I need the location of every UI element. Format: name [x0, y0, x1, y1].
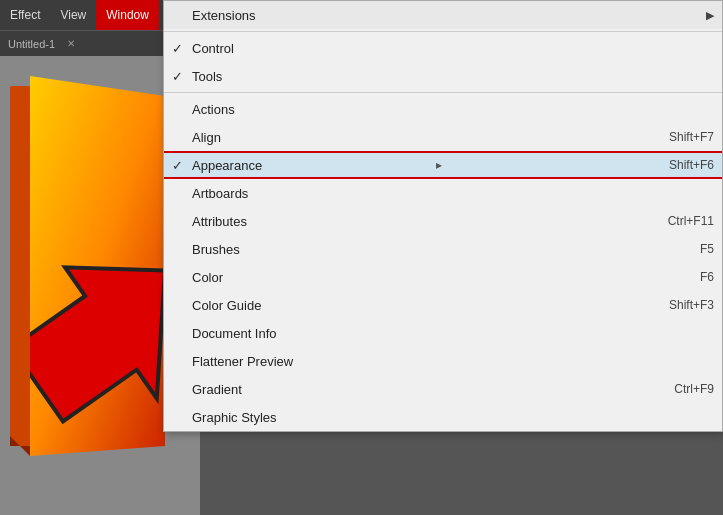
menu-item-gradient[interactable]: Gradient Ctrl+F9 — [164, 375, 722, 403]
cursor-pointer: ▸ — [436, 158, 442, 172]
menu-item-appearance[interactable]: ✓ Appearance ▸ Shift+F6 — [164, 151, 722, 179]
menu-label-color: Color — [192, 270, 680, 285]
menu-window[interactable]: Window — [96, 0, 159, 30]
menu-item-extensions[interactable]: Extensions ▶ — [164, 1, 722, 29]
svg-rect-0 — [10, 86, 30, 446]
menu-label-extensions: Extensions — [192, 8, 702, 23]
menu-label-gradient: Gradient — [192, 382, 654, 397]
menu-item-control[interactable]: ✓ Control — [164, 34, 722, 62]
menu-item-color-guide[interactable]: Color Guide Shift+F3 — [164, 291, 722, 319]
menu-label-artboards: Artboards — [192, 186, 714, 201]
checkmark-control: ✓ — [172, 41, 190, 56]
menu-item-tools[interactable]: ✓ Tools — [164, 62, 722, 90]
menu-label-attributes: Attributes — [192, 214, 648, 229]
menu-label-color-guide: Color Guide — [192, 298, 649, 313]
tab-document[interactable]: Untitled-1 — [0, 38, 63, 50]
menu-item-document-info[interactable]: Document Info — [164, 319, 722, 347]
shortcut-gradient: Ctrl+F9 — [654, 382, 714, 396]
menu-label-brushes: Brushes — [192, 242, 680, 257]
menu-label-actions: Actions — [192, 102, 714, 117]
shortcut-align: Shift+F7 — [649, 130, 714, 144]
menu-item-align[interactable]: Align Shift+F7 — [164, 123, 722, 151]
checkmark-appearance: ✓ — [172, 158, 190, 173]
menu-label-appearance: Appearance — [192, 158, 649, 173]
menu-item-graphic-styles[interactable]: Graphic Styles — [164, 403, 722, 431]
menu-item-color[interactable]: Color F6 — [164, 263, 722, 291]
window-dropdown-menu: Extensions ▶ ✓ Control ✓ Tools Actions A… — [163, 0, 723, 432]
menu-label-flattener: Flattener Preview — [192, 354, 714, 369]
shortcut-color: F6 — [680, 270, 714, 284]
menu-label-control: Control — [192, 41, 714, 56]
menu-item-attributes[interactable]: Attributes Ctrl+F11 — [164, 207, 722, 235]
menu-item-brushes[interactable]: Brushes F5 — [164, 235, 722, 263]
menu-bar: Effect View Window — [0, 0, 159, 30]
shortcut-color-guide: Shift+F3 — [649, 298, 714, 312]
menu-label-align: Align — [192, 130, 649, 145]
divider-1 — [164, 31, 722, 32]
menu-item-artboards[interactable]: Artboards — [164, 179, 722, 207]
menu-item-flattener[interactable]: Flattener Preview — [164, 347, 722, 375]
menu-effect[interactable]: Effect — [0, 0, 50, 30]
shortcut-appearance: Shift+F6 — [649, 158, 714, 172]
shortcut-brushes: F5 — [680, 242, 714, 256]
divider-2 — [164, 92, 722, 93]
menu-label-tools: Tools — [192, 69, 714, 84]
menu-view[interactable]: View — [50, 0, 96, 30]
submenu-arrow-extensions: ▶ — [706, 9, 714, 22]
tab-close-button[interactable]: ✕ — [67, 38, 75, 49]
checkmark-tools: ✓ — [172, 69, 190, 84]
menu-label-graphic-styles: Graphic Styles — [192, 410, 714, 425]
menu-item-actions[interactable]: Actions — [164, 95, 722, 123]
menu-label-document-info: Document Info — [192, 326, 714, 341]
shortcut-attributes: Ctrl+F11 — [648, 214, 714, 228]
